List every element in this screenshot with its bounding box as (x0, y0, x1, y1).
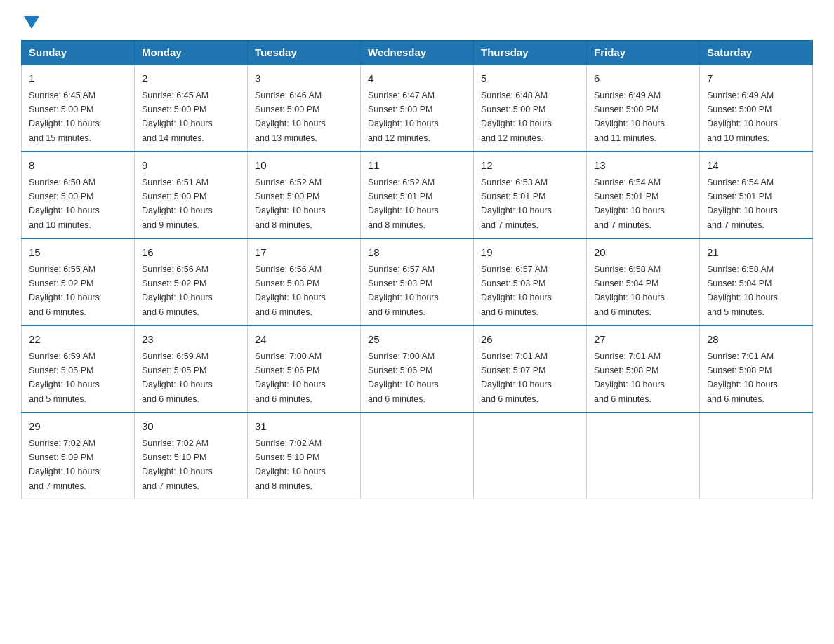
day-number: 17 (255, 245, 353, 261)
day-info: Sunrise: 6:57 AMSunset: 5:03 PMDaylight:… (481, 264, 552, 317)
day-info: Sunrise: 6:59 AMSunset: 5:05 PMDaylight:… (142, 351, 213, 404)
day-info: Sunrise: 6:56 AMSunset: 5:03 PMDaylight:… (255, 264, 326, 317)
col-thursday: Thursday (474, 41, 587, 65)
day-number: 25 (368, 332, 466, 348)
table-row: 4 Sunrise: 6:47 AMSunset: 5:00 PMDayligh… (361, 65, 474, 152)
day-info: Sunrise: 6:54 AMSunset: 5:01 PMDaylight:… (594, 177, 665, 230)
calendar-week-row: 22 Sunrise: 6:59 AMSunset: 5:05 PMDaylig… (22, 326, 813, 412)
day-info: Sunrise: 6:52 AMSunset: 5:01 PMDaylight:… (368, 177, 439, 230)
col-monday: Monday (135, 41, 248, 65)
calendar-week-row: 1 Sunrise: 6:45 AMSunset: 5:00 PMDayligh… (22, 65, 813, 152)
day-info: Sunrise: 6:58 AMSunset: 5:04 PMDaylight:… (707, 264, 778, 317)
day-number: 20 (594, 245, 692, 261)
table-row: 23 Sunrise: 6:59 AMSunset: 5:05 PMDaylig… (135, 326, 248, 412)
day-number: 12 (481, 158, 579, 174)
calendar-table: Sunday Monday Tuesday Wednesday Thursday… (21, 40, 813, 499)
table-row: 1 Sunrise: 6:45 AMSunset: 5:00 PMDayligh… (22, 65, 135, 152)
day-info: Sunrise: 7:02 AMSunset: 5:10 PMDaylight:… (142, 438, 213, 491)
calendar-week-row: 15 Sunrise: 6:55 AMSunset: 5:02 PMDaylig… (22, 239, 813, 326)
day-number: 19 (481, 245, 579, 261)
table-row: 25 Sunrise: 7:00 AMSunset: 5:06 PMDaylig… (361, 326, 474, 412)
day-info: Sunrise: 6:45 AMSunset: 5:00 PMDaylight:… (29, 90, 100, 143)
col-wednesday: Wednesday (361, 41, 474, 65)
day-number: 11 (368, 158, 466, 174)
day-info: Sunrise: 6:51 AMSunset: 5:00 PMDaylight:… (142, 177, 213, 230)
day-info: Sunrise: 6:47 AMSunset: 5:00 PMDaylight:… (368, 90, 439, 143)
col-saturday: Saturday (700, 41, 813, 65)
day-number: 15 (29, 245, 127, 261)
day-info: Sunrise: 6:52 AMSunset: 5:00 PMDaylight:… (255, 177, 326, 230)
day-info: Sunrise: 6:59 AMSunset: 5:05 PMDaylight:… (29, 351, 100, 404)
day-number: 28 (707, 332, 805, 348)
day-info: Sunrise: 6:45 AMSunset: 5:00 PMDaylight:… (142, 90, 213, 143)
day-info: Sunrise: 6:57 AMSunset: 5:03 PMDaylight:… (368, 264, 439, 317)
day-number: 21 (707, 245, 805, 261)
day-number: 22 (29, 332, 127, 348)
table-row: 20 Sunrise: 6:58 AMSunset: 5:04 PMDaylig… (587, 239, 700, 326)
day-info: Sunrise: 6:46 AMSunset: 5:00 PMDaylight:… (255, 90, 326, 143)
day-number: 9 (142, 158, 240, 174)
table-row (361, 412, 474, 499)
day-number: 13 (594, 158, 692, 174)
day-number: 3 (255, 71, 353, 87)
table-row: 5 Sunrise: 6:48 AMSunset: 5:00 PMDayligh… (474, 65, 587, 152)
day-info: Sunrise: 7:01 AMSunset: 5:08 PMDaylight:… (707, 351, 778, 404)
day-info: Sunrise: 6:56 AMSunset: 5:02 PMDaylight:… (142, 264, 213, 317)
logo (21, 14, 39, 27)
table-row: 6 Sunrise: 6:49 AMSunset: 5:00 PMDayligh… (587, 65, 700, 152)
table-row: 24 Sunrise: 7:00 AMSunset: 5:06 PMDaylig… (248, 326, 361, 412)
col-tuesday: Tuesday (248, 41, 361, 65)
day-number: 18 (368, 245, 466, 261)
table-row: 21 Sunrise: 6:58 AMSunset: 5:04 PMDaylig… (700, 239, 813, 326)
table-row: 27 Sunrise: 7:01 AMSunset: 5:08 PMDaylig… (587, 326, 700, 412)
table-row: 31 Sunrise: 7:02 AMSunset: 5:10 PMDaylig… (248, 412, 361, 499)
calendar-header-row: Sunday Monday Tuesday Wednesday Thursday… (22, 41, 813, 65)
table-row: 29 Sunrise: 7:02 AMSunset: 5:09 PMDaylig… (22, 412, 135, 499)
day-number: 30 (142, 419, 240, 435)
table-row: 8 Sunrise: 6:50 AMSunset: 5:00 PMDayligh… (22, 152, 135, 239)
table-row: 26 Sunrise: 7:01 AMSunset: 5:07 PMDaylig… (474, 326, 587, 412)
day-number: 7 (707, 71, 805, 87)
table-row: 13 Sunrise: 6:54 AMSunset: 5:01 PMDaylig… (587, 152, 700, 239)
day-number: 27 (594, 332, 692, 348)
day-number: 1 (29, 71, 127, 87)
table-row: 28 Sunrise: 7:01 AMSunset: 5:08 PMDaylig… (700, 326, 813, 412)
day-number: 24 (255, 332, 353, 348)
day-info: Sunrise: 7:02 AMSunset: 5:09 PMDaylight:… (29, 438, 100, 491)
day-number: 10 (255, 158, 353, 174)
table-row: 12 Sunrise: 6:53 AMSunset: 5:01 PMDaylig… (474, 152, 587, 239)
day-number: 14 (707, 158, 805, 174)
day-info: Sunrise: 7:01 AMSunset: 5:07 PMDaylight:… (481, 351, 552, 404)
day-number: 23 (142, 332, 240, 348)
day-number: 26 (481, 332, 579, 348)
day-info: Sunrise: 6:49 AMSunset: 5:00 PMDaylight:… (594, 90, 665, 143)
table-row: 22 Sunrise: 6:59 AMSunset: 5:05 PMDaylig… (22, 326, 135, 412)
table-row: 9 Sunrise: 6:51 AMSunset: 5:00 PMDayligh… (135, 152, 248, 239)
table-row: 15 Sunrise: 6:55 AMSunset: 5:02 PMDaylig… (22, 239, 135, 326)
day-info: Sunrise: 6:54 AMSunset: 5:01 PMDaylight:… (707, 177, 778, 230)
table-row: 11 Sunrise: 6:52 AMSunset: 5:01 PMDaylig… (361, 152, 474, 239)
table-row (474, 412, 587, 499)
day-info: Sunrise: 7:01 AMSunset: 5:08 PMDaylight:… (594, 351, 665, 404)
table-row: 19 Sunrise: 6:57 AMSunset: 5:03 PMDaylig… (474, 239, 587, 326)
table-row: 3 Sunrise: 6:46 AMSunset: 5:00 PMDayligh… (248, 65, 361, 152)
day-number: 2 (142, 71, 240, 87)
day-number: 4 (368, 71, 466, 87)
table-row: 2 Sunrise: 6:45 AMSunset: 5:00 PMDayligh… (135, 65, 248, 152)
calendar-week-row: 8 Sunrise: 6:50 AMSunset: 5:00 PMDayligh… (22, 152, 813, 239)
table-row: 17 Sunrise: 6:56 AMSunset: 5:03 PMDaylig… (248, 239, 361, 326)
page-header (21, 14, 813, 27)
day-number: 29 (29, 419, 127, 435)
day-info: Sunrise: 6:49 AMSunset: 5:00 PMDaylight:… (707, 90, 778, 143)
col-friday: Friday (587, 41, 700, 65)
table-row (587, 412, 700, 499)
table-row: 10 Sunrise: 6:52 AMSunset: 5:00 PMDaylig… (248, 152, 361, 239)
day-info: Sunrise: 6:53 AMSunset: 5:01 PMDaylight:… (481, 177, 552, 230)
day-info: Sunrise: 6:48 AMSunset: 5:00 PMDaylight:… (481, 90, 552, 143)
day-info: Sunrise: 7:00 AMSunset: 5:06 PMDaylight:… (255, 351, 326, 404)
day-info: Sunrise: 6:58 AMSunset: 5:04 PMDaylight:… (594, 264, 665, 317)
table-row (700, 412, 813, 499)
day-number: 31 (255, 419, 353, 435)
table-row: 18 Sunrise: 6:57 AMSunset: 5:03 PMDaylig… (361, 239, 474, 326)
day-number: 5 (481, 71, 579, 87)
